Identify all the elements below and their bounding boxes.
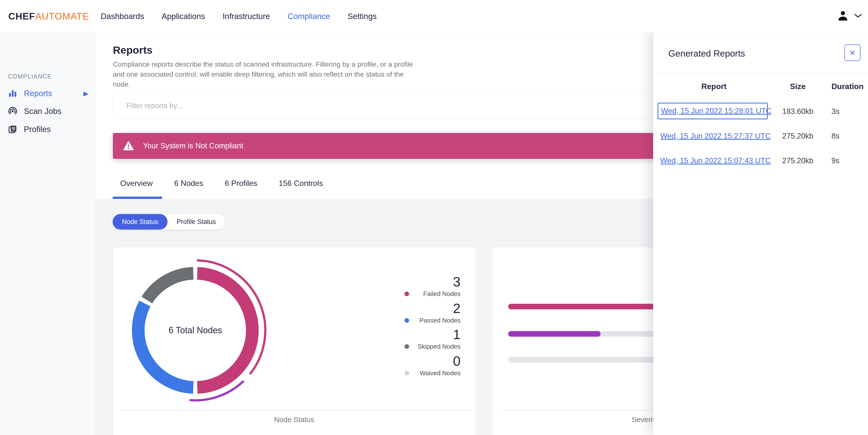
tab-nodes[interactable]: 6 Nodes [174, 179, 203, 188]
donut-center-label: 6 Total Nodes [117, 325, 273, 336]
user-profile-icon [836, 9, 850, 24]
node-status-card: 6 Total Nodes 3 Failed Nodes 2 Passed No… [113, 247, 475, 435]
legend-skipped-nodes: 1 Skipped Nodes [402, 327, 461, 350]
failed-count: 3 [402, 274, 461, 289]
panel-divider [653, 72, 868, 73]
bar-chart-icon [7, 88, 18, 99]
legend-failed-nodes: 3 Failed Nodes [402, 274, 461, 297]
report-size: 275.20kb [779, 156, 816, 165]
report-duration: 3s [831, 107, 865, 116]
nav-item-applications[interactable]: Applications [162, 12, 205, 21]
report-size: 275.20kb [779, 132, 816, 141]
warning-triangle-icon [123, 141, 134, 151]
banner-text: Your System is Not Compliant [143, 142, 243, 150]
submenu-arrow-icon[interactable]: ▶ [83, 90, 88, 97]
tab-profiles[interactable]: 6 Profiles [225, 179, 257, 188]
panel-title: Generated Reports [668, 49, 745, 59]
logo-chef: CHEF [8, 11, 35, 22]
column-header-duration: Duration [831, 82, 865, 91]
report-link[interactable]: Wed, 15 Jun 2022 15:27:37 UTC [660, 132, 771, 140]
generated-reports-panel: Generated Reports ✕ Report Size Duration… [653, 32, 868, 435]
passed-count: 2 [402, 301, 461, 316]
nav-item-infrastructure[interactable]: Infrastructure [223, 12, 270, 21]
sidebar-item-label: Scan Jobs [24, 107, 61, 116]
primary-nav: Dashboards Applications Infrastructure C… [101, 0, 377, 32]
chef-automate-logo[interactable]: CHEFAUTOMATE [8, 0, 89, 32]
column-header-size: Size [779, 82, 816, 91]
report-link[interactable]: Wed, 15 Jun 2022 15:07:43 UTC [660, 156, 771, 165]
toggle-node-status[interactable]: Node Status [113, 214, 167, 230]
report-link[interactable]: Wed, 15 Jun 2022 15:28:01 UTC [661, 107, 771, 115]
sidebar-item-scan-jobs[interactable]: Scan Jobs [0, 105, 95, 118]
page-description: Compliance reports describe the status o… [113, 59, 418, 89]
page-title: Reports [113, 44, 152, 56]
column-header-report: Report [660, 82, 768, 91]
legend-passed-nodes: 2 Passed Nodes [402, 301, 461, 324]
card-divider [121, 410, 470, 410]
report-size: 183.60kb [779, 107, 816, 116]
table-row: Wed, 15 Jun 2022 15:27:37 UTC [660, 132, 768, 141]
legend-label: Passed Nodes [420, 317, 461, 324]
nav-item-compliance[interactable]: Compliance [287, 12, 330, 21]
report-duration: 9s [831, 156, 865, 165]
report-duration: 8s [831, 132, 865, 141]
close-icon: ✕ [849, 49, 855, 57]
tab-controls[interactable]: 156 Controls [279, 179, 323, 188]
toggle-profile-status[interactable]: Profile Status [167, 214, 225, 230]
logo-automate: AUTOMATE [35, 11, 89, 22]
profiles-stack-icon [7, 124, 18, 135]
node-status-caption: Node Status [113, 415, 475, 424]
close-panel-button[interactable]: ✕ [844, 45, 861, 61]
legend-waived-nodes: 0 Waived Nodes [402, 354, 461, 377]
active-tab-underline [113, 197, 162, 199]
waived-count: 0 [402, 354, 461, 368]
top-nav-bar: CHEFAUTOMATE Dashboards Applications Inf… [0, 0, 868, 32]
legend-label: Waived Nodes [420, 369, 461, 377]
status-toggle: Node Status Profile Status [113, 214, 225, 230]
passed-dot-icon [404, 318, 409, 323]
sidebar-item-profiles[interactable]: Profiles [0, 122, 95, 136]
waived-dot-icon [404, 371, 409, 375]
report-tabs: Overview 6 Nodes 6 Profiles 156 Controls [120, 179, 323, 188]
sidebar-item-label: Reports [24, 89, 52, 98]
sidebar-item-label: Profiles [24, 125, 51, 134]
skipped-count: 1 [402, 327, 461, 342]
tab-overview[interactable]: Overview [120, 179, 153, 188]
focused-report-row-outline: Wed, 15 Jun 2022 15:28:01 UTC [658, 103, 768, 119]
radar-icon [7, 106, 18, 117]
legend-label: Failed Nodes [423, 290, 461, 297]
failed-dot-icon [404, 292, 409, 296]
table-row: Wed, 15 Jun 2022 15:07:43 UTC [660, 156, 768, 165]
sidebar-item-reports[interactable]: Reports ▶ [0, 87, 95, 100]
nav-item-dashboards[interactable]: Dashboards [101, 12, 144, 21]
chef-automate-app: CHEFAUTOMATE Dashboards Applications Inf… [0, 0, 868, 435]
user-menu[interactable] [836, 0, 862, 32]
nav-item-settings[interactable]: Settings [348, 12, 377, 21]
sidebar: COMPLIANCE Reports ▶ Scan Jobs [0, 32, 95, 435]
chevron-down-icon [854, 14, 862, 19]
skipped-dot-icon [404, 344, 409, 349]
sidebar-section-label: COMPLIANCE [8, 73, 52, 80]
legend-label: Skipped Nodes [418, 343, 461, 350]
